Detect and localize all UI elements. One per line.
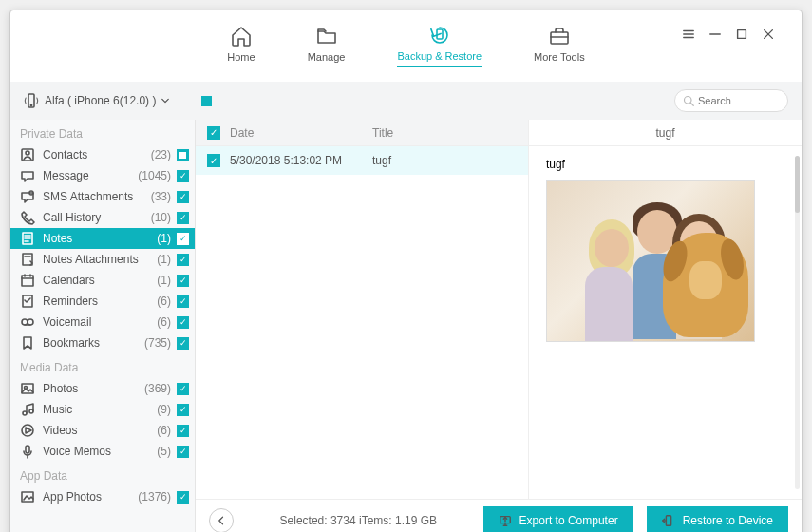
sidebar: Private DataContacts(23)Message(1045)SMS… [10, 120, 196, 532]
sidebar-group-title: App Data [10, 462, 195, 486]
sidebar-item-count: (9) [157, 403, 171, 416]
sidebar-item-checkbox[interactable] [177, 446, 189, 458]
restore-button[interactable]: Restore to Device [647, 506, 788, 533]
svg-point-15 [26, 151, 29, 155]
sidebar-item-label: Videos [43, 424, 157, 437]
sidebar-item-label: Notes Attachments [43, 253, 157, 266]
sidebar-item-music[interactable]: Music(9) [10, 399, 195, 420]
sidebar-item-checkbox[interactable] [177, 191, 189, 203]
export-button[interactable]: Export to Computer [483, 506, 633, 533]
appphoto-icon [20, 489, 35, 504]
selection-status: Selected: 3734 iTems: 1.19 GB [247, 514, 470, 527]
sidebar-item-label: Call History [43, 211, 151, 224]
sidebar-item-reminders[interactable]: Reminders(6) [10, 291, 195, 312]
sidebar-item-count: (1045) [138, 169, 171, 182]
notes-icon [20, 231, 35, 246]
nav-manage[interactable]: Manage [308, 25, 346, 66]
row-date: 5/30/2018 5:13:02 PM [230, 154, 372, 167]
list-row[interactable]: ✓ 5/30/2018 5:13:02 PM tugf [196, 146, 528, 175]
sidebar-item-label: App Photos [43, 490, 138, 504]
sidebar-item-count: (6) [157, 315, 171, 329]
sidebar-item-call-history[interactable]: Call History(10) [10, 207, 195, 228]
sidebar-item-label: Contacts [43, 148, 151, 162]
sidebar-item-checkbox[interactable] [177, 149, 189, 162]
close-icon[interactable] [762, 28, 775, 41]
footer-bar: Selected: 3734 iTems: 1.19 GB Export to … [196, 499, 802, 532]
device-selector[interactable]: Alfa ( iPhone 6(12.0) ) [24, 93, 212, 108]
item-list: ✓ Date Title ✓ 5/30/2018 5:13:02 PM tugf [196, 120, 529, 499]
search-input[interactable] [698, 95, 774, 106]
chevron-left-icon [216, 515, 227, 526]
row-checkbox[interactable]: ✓ [207, 154, 220, 167]
sidebar-item-label: Photos [43, 382, 144, 395]
sidebar-item-checkbox[interactable] [177, 170, 189, 182]
sidebar-item-voice-memos[interactable]: Voice Memos(5) [10, 441, 195, 462]
sub-toolbar: Alfa ( iPhone 6(12.0) ) [10, 82, 802, 120]
nav-tools-label: More Tools [534, 51, 585, 63]
preview-scrollbar[interactable] [795, 156, 800, 489]
device-icon [24, 93, 39, 108]
sidebar-item-contacts[interactable]: Contacts(23) [10, 144, 195, 165]
device-stop-icon[interactable] [201, 96, 212, 106]
sidebar-item-count: (1376) [138, 490, 171, 504]
svg-rect-37 [26, 446, 29, 453]
reminder-icon [20, 294, 35, 309]
sidebar-item-checkbox[interactable] [177, 425, 189, 437]
sidebar-item-checkbox[interactable] [177, 295, 189, 308]
sidebar-item-sms-attachments[interactable]: SMS Attachments(33) [10, 186, 195, 207]
mic-icon [20, 444, 35, 459]
sidebar-item-videos[interactable]: Videos(6) [10, 420, 195, 441]
maximize-icon[interactable] [735, 28, 748, 41]
sidebar-item-label: Music [43, 403, 157, 416]
toolbox-icon [548, 25, 571, 48]
col-title[interactable]: Title [372, 126, 517, 140]
sidebar-item-bookmarks[interactable]: Bookmarks(735) [10, 332, 195, 353]
voicemail-icon [20, 314, 35, 330]
nav-home[interactable]: Home [227, 25, 255, 66]
sidebar-item-checkbox[interactable] [177, 383, 189, 395]
select-all-checkbox[interactable]: ✓ [207, 126, 220, 140]
nav-backup-label: Backup & Restore [397, 50, 482, 62]
export-icon [499, 514, 512, 527]
sidebar-item-count: (1) [157, 232, 171, 245]
sidebar-item-voicemail[interactable]: Voicemail(6) [10, 312, 195, 332]
sidebar-item-label: Voicemail [43, 315, 157, 329]
sidebar-item-checkbox[interactable] [177, 212, 189, 224]
sidebar-item-notes-attachments[interactable]: Notes Attachments(1) [10, 249, 195, 270]
menu-icon[interactable] [682, 28, 695, 41]
back-button[interactable] [209, 508, 234, 533]
sidebar-item-app-photos[interactable]: App Photos(1376) [10, 486, 195, 507]
window-controls [682, 28, 775, 41]
sidebar-item-notes[interactable]: Notes(1) [10, 228, 195, 249]
sidebar-item-message[interactable]: Message(1045) [10, 165, 195, 186]
sidebar-item-count: (10) [151, 211, 171, 224]
sidebar-item-checkbox[interactable] [177, 254, 189, 266]
svg-line-13 [690, 103, 693, 105]
sms-attach-icon [20, 189, 35, 204]
export-label: Export to Computer [519, 514, 618, 527]
calendar-icon [20, 273, 35, 288]
sidebar-item-photos[interactable]: Photos(369) [10, 378, 195, 399]
sidebar-item-checkbox[interactable] [177, 275, 189, 287]
sidebar-item-count: (6) [157, 424, 171, 437]
sidebar-item-calendars[interactable]: Calendars(1) [10, 270, 195, 291]
sidebar-item-checkbox[interactable] [177, 491, 189, 504]
sidebar-item-checkbox[interactable] [177, 337, 189, 350]
nav-backup-restore[interactable]: Backup & Restore [397, 24, 482, 67]
sidebar-item-count: (1) [157, 253, 171, 266]
call-icon [20, 210, 35, 225]
sidebar-item-count: (23) [151, 148, 171, 162]
sidebar-item-count: (1) [157, 274, 171, 287]
sidebar-item-checkbox[interactable] [177, 404, 189, 416]
main-panel: ✓ Date Title ✓ 5/30/2018 5:13:02 PM tugf… [196, 120, 802, 532]
sidebar-item-checkbox[interactable] [177, 316, 189, 329]
sidebar-item-label: Calendars [43, 274, 157, 287]
nav-more-tools[interactable]: More Tools [534, 25, 585, 66]
minimize-icon[interactable] [708, 28, 722, 41]
col-date[interactable]: Date [230, 126, 372, 140]
contact-icon [20, 147, 35, 162]
search-box[interactable] [674, 89, 788, 112]
sidebar-item-checkbox[interactable] [177, 233, 189, 245]
list-header: ✓ Date Title [196, 120, 528, 146]
sidebar-item-count: (735) [144, 336, 171, 350]
